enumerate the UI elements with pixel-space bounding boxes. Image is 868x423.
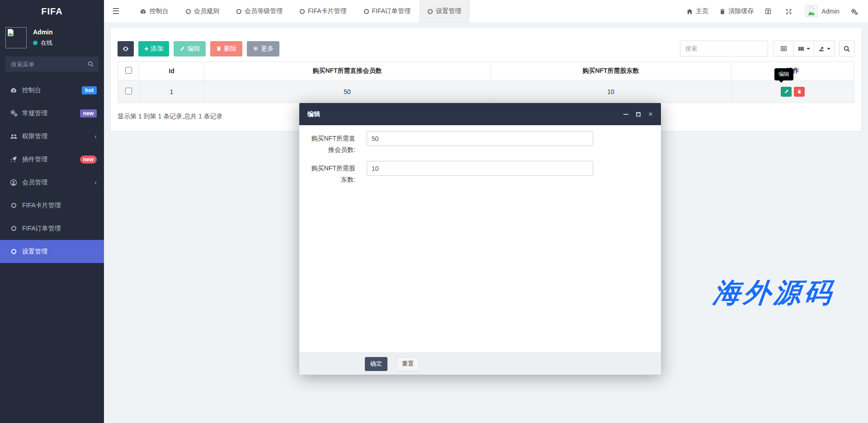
menu-search-input[interactable] [5, 56, 99, 72]
row-checkbox[interactable] [125, 88, 132, 94]
plus-icon: + [144, 45, 148, 52]
hamburger-icon[interactable]: ☰ [104, 0, 127, 23]
tab-settings[interactable]: 设置管理 [419, 0, 470, 23]
settings-menu[interactable] [850, 8, 861, 15]
columns-button[interactable] [794, 41, 814, 56]
clear-cache-link[interactable]: 清除缓存 [719, 7, 754, 15]
tab-label: FIFA卡片管理 [308, 7, 347, 15]
cell-id: 1 [139, 80, 204, 103]
toolbar: + 添加 编辑 删除 更多 [118, 41, 854, 56]
new-badge: new [80, 155, 97, 164]
circle-icon [236, 9, 241, 14]
edit-dialog: 编辑 × 购买NFT所需直推会员数: 购买NFT所需股东数: 确定 重置 [299, 103, 661, 375]
column-header-id[interactable]: Id [139, 62, 204, 80]
nav-tabs: 控制台 会员规则 会员等级管理 FIFA卡片管理 FIFA订单管理 设置管理 [131, 0, 470, 23]
chevron-left-icon: ‹ [94, 133, 97, 140]
sidebar-item-member[interactable]: 会员管理 ‹ [0, 171, 104, 194]
sidebar-item-fifa-card[interactable]: FIFA卡片管理 [0, 194, 104, 217]
circle-icon [9, 226, 18, 231]
tab-label: 会员规则 [194, 7, 219, 15]
topbar-right: 主页 清除缓存 Admin [675, 0, 868, 23]
home-link[interactable]: 主页 [686, 7, 708, 15]
form-row-share: 购买NFT所需股东数: [299, 161, 661, 185]
row-edit-button[interactable] [781, 87, 792, 97]
dialog-body: 购买NFT所需直推会员数: 购买NFT所需股东数: [299, 125, 661, 185]
dialog-header[interactable]: 编辑 × [299, 103, 661, 125]
language-switch[interactable] [764, 8, 774, 15]
avatar[interactable] [5, 27, 27, 48]
cell-actions [731, 80, 854, 103]
column-header-share[interactable]: 购买NFT所需股东数 [491, 62, 731, 80]
tab-dashboard[interactable]: 控制台 [131, 0, 177, 23]
data-table: Id 购买NFT所需直推会员数 购买NFT所需股东数 操作 1 50 10 [118, 61, 854, 103]
edit-tooltip: 编辑 [774, 68, 793, 80]
users-icon [9, 132, 18, 140]
online-dot-icon [33, 41, 38, 45]
sidebar-item-label: 控制台 [22, 86, 41, 94]
tab-member-level[interactable]: 会员等级管理 [228, 0, 291, 23]
add-button[interactable]: + 添加 [138, 41, 169, 56]
sidebar-item-general[interactable]: 常规管理 new [0, 102, 104, 125]
circle-icon [364, 9, 369, 14]
circle-icon [428, 9, 433, 14]
column-header-direct[interactable]: 购买NFT所需直推会员数 [204, 62, 491, 80]
delete-button[interactable]: 删除 [210, 41, 242, 56]
minimize-button[interactable] [623, 114, 628, 115]
trash-icon [216, 46, 222, 52]
home-label: 主页 [696, 7, 708, 15]
select-all-checkbox[interactable] [125, 67, 132, 74]
confirm-button[interactable]: 确定 [365, 357, 387, 371]
sidebar-item-settings[interactable]: 设置管理 [0, 240, 104, 263]
gear-icon [253, 46, 259, 52]
sidebar-item-addon[interactable]: 插件管理 new [0, 148, 104, 171]
table-row[interactable]: 1 50 10 [118, 80, 854, 103]
topbar-avatar[interactable] [806, 5, 817, 17]
add-label: 添加 [151, 45, 163, 53]
export-button[interactable] [814, 41, 835, 56]
circle-icon [9, 249, 18, 254]
export-icon [818, 46, 825, 52]
maximize-button[interactable] [636, 112, 641, 117]
sidebar-item-label: 权限管理 [22, 132, 47, 141]
menu-search [5, 56, 99, 72]
refresh-button[interactable] [118, 41, 134, 56]
tab-label: 设置管理 [436, 7, 461, 15]
edit-label: 编辑 [187, 45, 200, 53]
sidebar: FIFA Admin 在线 控 [0, 0, 104, 423]
search-toggle-button[interactable] [839, 41, 854, 56]
fullscreen-toggle[interactable] [785, 8, 795, 15]
shareholders-field[interactable] [367, 161, 593, 176]
reset-button[interactable]: 重置 [396, 357, 419, 371]
direct-members-field[interactable] [367, 131, 593, 146]
clear-cache-label: 清除缓存 [728, 7, 754, 15]
home-icon [686, 8, 693, 15]
tab-label: FIFA订单管理 [372, 7, 411, 15]
field-label-share: 购买NFT所需股东数: [308, 161, 355, 185]
search-icon [87, 61, 94, 67]
tab-fifa-order[interactable]: FIFA订单管理 [355, 0, 420, 23]
field-label-direct: 购买NFT所需直推会员数: [308, 131, 355, 155]
topbar-username[interactable]: Admin [821, 8, 840, 15]
more-label: 更多 [261, 45, 274, 53]
more-button[interactable]: 更多 [247, 41, 279, 56]
sidebar-item-label: 常规管理 [22, 109, 47, 118]
dialog-footer: 确定 重置 [299, 352, 661, 375]
close-button[interactable]: × [648, 110, 653, 118]
minimize-icon [623, 114, 628, 115]
table-search-input[interactable] [680, 41, 768, 56]
detail-view-button[interactable] [774, 41, 794, 56]
chevron-left-icon: ‹ [94, 179, 97, 186]
user-panel: Admin 在线 [0, 23, 104, 52]
sidebar-item-dashboard[interactable]: 控制台 hot [0, 79, 104, 102]
pencil-icon [784, 89, 789, 94]
sidebar-item-auth[interactable]: 权限管理 ‹ [0, 125, 104, 148]
brand-logo[interactable]: FIFA [0, 0, 104, 23]
tab-member-rules[interactable]: 会员规则 [177, 0, 228, 23]
detail-view-icon [780, 45, 787, 52]
caret-down-icon [807, 48, 810, 50]
tab-fifa-card[interactable]: FIFA卡片管理 [291, 0, 355, 23]
sidebar-item-label: FIFA订单管理 [22, 225, 61, 233]
edit-button[interactable]: 编辑 [174, 41, 206, 56]
sidebar-item-fifa-order[interactable]: FIFA订单管理 [0, 217, 104, 240]
row-delete-button[interactable] [794, 87, 805, 97]
